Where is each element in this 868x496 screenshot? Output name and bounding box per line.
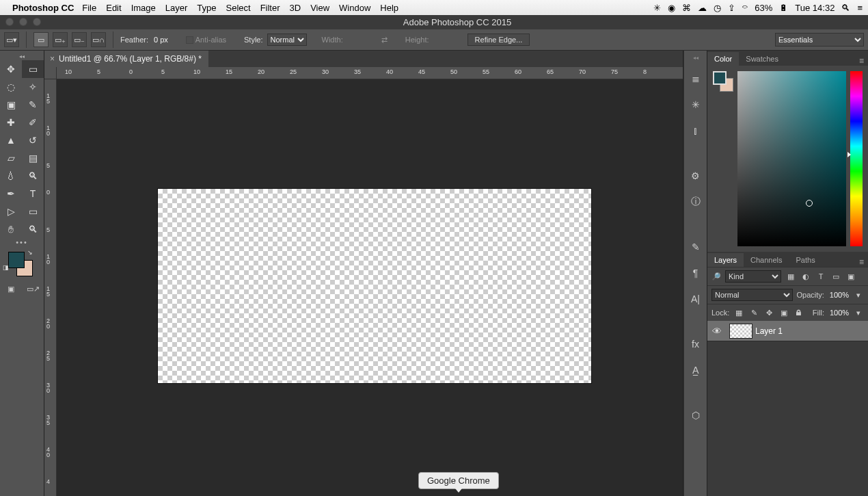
- move-tool[interactable]: ✥: [0, 60, 22, 78]
- healing-brush-tool[interactable]: ✚: [0, 114, 22, 131]
- filter-shape-icon[interactable]: ▭: [830, 271, 841, 282]
- history-panel-icon[interactable]: ≣: [688, 70, 704, 87]
- crop-tool[interactable]: ▣: [0, 96, 22, 114]
- app-name[interactable]: Photoshop CC: [12, 3, 74, 13]
- new-selection-button[interactable]: ▭: [33, 32, 49, 47]
- layer-row[interactable]: 👁 Layer 1: [707, 321, 868, 341]
- menu-file[interactable]: File: [82, 3, 96, 13]
- foreground-background-swatches[interactable]: ↘ ◨: [0, 248, 44, 280]
- horizontal-ruler[interactable]: 1050510152025303540455055606570758: [57, 67, 683, 79]
- menu-filter[interactable]: Filter: [260, 3, 280, 13]
- intersect-selection-button[interactable]: ▭∩: [91, 32, 106, 47]
- lock-paint-icon[interactable]: ✎: [748, 307, 759, 318]
- subtract-selection-button[interactable]: ▭₋: [72, 32, 87, 47]
- opacity-value[interactable]: 100%: [830, 291, 849, 299]
- vertical-ruler[interactable]: 1510505101520253035404: [44, 79, 57, 496]
- character-panel-icon[interactable]: A|: [688, 291, 704, 307]
- wifi-icon[interactable]: ⌔: [742, 3, 748, 13]
- tab-channels[interactable]: Channels: [744, 253, 789, 267]
- lock-position-icon[interactable]: ✥: [763, 307, 774, 318]
- filter-type-icon[interactable]: T: [815, 271, 826, 282]
- spotlight-icon[interactable]: 🔍︎: [841, 3, 850, 13]
- rectangle-tool[interactable]: ▭: [22, 203, 44, 220]
- refine-edge-button[interactable]: Refine Edge...: [467, 34, 530, 46]
- eraser-tool[interactable]: ▱: [0, 149, 22, 167]
- document-tab[interactable]: × Untitled1 @ 66.7% (Layer 1, RGB/8#) *: [44, 51, 208, 67]
- dropbox-icon[interactable]: ⇪: [728, 3, 735, 13]
- menu-hamburger-icon[interactable]: ≡: [857, 3, 863, 13]
- hand-tool[interactable]: ✋︎: [0, 220, 22, 238]
- rectangular-marquee-tool[interactable]: ▭: [22, 60, 44, 78]
- menu-layer[interactable]: Layer: [165, 3, 188, 13]
- menu-3d[interactable]: 3D: [290, 3, 301, 13]
- brushes-panel-icon[interactable]: ✎: [688, 239, 704, 255]
- menu-window[interactable]: Window: [339, 3, 370, 13]
- foreground-color-swatch[interactable]: [8, 252, 25, 268]
- opacity-dropdown-icon[interactable]: ▾: [853, 289, 864, 300]
- properties-panel-icon[interactable]: ⚙: [688, 168, 704, 184]
- hue-indicator[interactable]: [847, 152, 851, 157]
- workspace-select[interactable]: Essentials: [775, 33, 864, 47]
- tab-paths[interactable]: Paths: [789, 253, 822, 267]
- tab-layers[interactable]: Layers: [707, 253, 744, 267]
- lasso-tool[interactable]: ◌: [0, 78, 22, 96]
- layer-name[interactable]: Layer 1: [755, 326, 783, 336]
- camera-icon[interactable]: ◉: [668, 3, 675, 13]
- info-panel-icon[interactable]: ⓘ: [688, 194, 704, 210]
- magic-wand-tool[interactable]: ✧: [22, 78, 44, 96]
- style-select[interactable]: Normal: [267, 34, 307, 46]
- lock-transparency-icon[interactable]: ▦: [733, 307, 744, 318]
- default-colors-icon[interactable]: ↘: [27, 249, 33, 256]
- filter-adjust-icon[interactable]: ◐: [800, 271, 811, 282]
- add-selection-button[interactable]: ▭₊: [53, 32, 68, 47]
- color-panel-menu-icon[interactable]: ≡: [855, 56, 868, 66]
- pen-tool[interactable]: ✒: [0, 185, 22, 203]
- screen-mode-button[interactable]: ▭↗: [22, 280, 44, 297]
- dodge-tool[interactable]: 🔍︎: [22, 167, 44, 185]
- tool-preset-button[interactable]: ▭▾: [4, 32, 19, 47]
- layer-filter-select[interactable]: Kind: [725, 270, 781, 283]
- color-field-indicator[interactable]: [806, 200, 813, 207]
- menu-clock[interactable]: Tue 14:32: [795, 3, 835, 13]
- cp-foreground-swatch[interactable]: [713, 71, 727, 85]
- window-minimize-button[interactable]: [19, 18, 27, 26]
- battery-pct[interactable]: 63%: [755, 3, 772, 13]
- path-selection-tool[interactable]: ▷: [0, 203, 22, 220]
- clock-icon[interactable]: ◷: [714, 3, 721, 13]
- fill-dropdown-icon[interactable]: ▾: [853, 307, 864, 318]
- menu-type[interactable]: Type: [197, 3, 216, 13]
- fill-value[interactable]: 100%: [830, 309, 849, 317]
- canvas-pasteboard[interactable]: [57, 79, 683, 496]
- gradient-tool[interactable]: ▤: [22, 149, 44, 167]
- lock-artboard-icon[interactable]: ▣: [778, 307, 789, 318]
- edit-toolbar-button[interactable]: •••: [0, 238, 44, 248]
- layer-thumbnail[interactable]: [729, 324, 752, 339]
- hue-slider[interactable]: [850, 71, 863, 246]
- color-field[interactable]: [737, 71, 846, 246]
- strip-expand-handle[interactable]: ◂◂: [693, 55, 699, 61]
- cc-icon[interactable]: ⌘: [682, 3, 691, 13]
- layer-visibility-icon[interactable]: 👁: [707, 326, 727, 337]
- quick-mask-button[interactable]: ▣: [0, 280, 22, 297]
- history-brush-tool[interactable]: ↺: [22, 131, 44, 149]
- feather-value[interactable]: 0 px: [154, 36, 168, 44]
- lock-all-icon[interactable]: 🔒︎: [794, 307, 804, 318]
- brush-tool[interactable]: ✐: [22, 114, 44, 131]
- menu-edit[interactable]: Edit: [106, 3, 121, 13]
- histogram-panel-icon[interactable]: ⫿: [688, 122, 704, 139]
- tab-swatches[interactable]: Swatches: [739, 52, 785, 66]
- window-zoom-button[interactable]: [33, 18, 41, 26]
- eyedropper-tool[interactable]: ✎: [22, 96, 44, 114]
- zoom-tool[interactable]: 🔍︎: [22, 220, 44, 238]
- type-tool[interactable]: T: [22, 185, 44, 203]
- 3d-panel-icon[interactable]: ⬡: [688, 407, 704, 423]
- filter-pixel-icon[interactable]: ▦: [785, 271, 796, 282]
- sync-icon[interactable]: ✳︎: [653, 3, 661, 13]
- close-tab-icon[interactable]: ×: [50, 54, 55, 64]
- toolbox-collapse-handle[interactable]: ◂◂: [0, 53, 44, 60]
- menu-view[interactable]: View: [310, 3, 329, 13]
- blur-tool[interactable]: 💧︎: [0, 167, 22, 185]
- menu-image[interactable]: Image: [131, 3, 156, 13]
- cloud-icon[interactable]: ☁: [698, 3, 707, 13]
- layers-panel-menu-icon[interactable]: ≡: [855, 257, 868, 267]
